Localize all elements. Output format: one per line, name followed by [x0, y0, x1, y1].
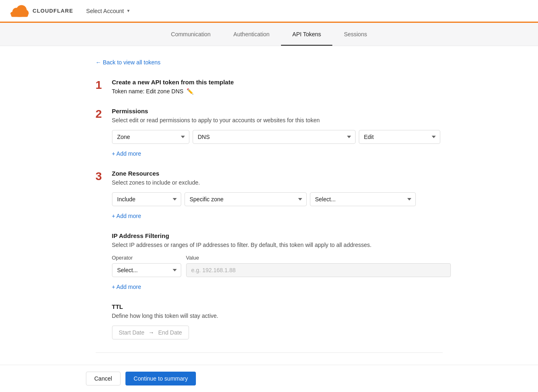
permission-level-select[interactable]: Edit Read	[359, 130, 440, 144]
edit-token-name-icon[interactable]: ✏️	[187, 88, 193, 95]
step-3-number: 3	[96, 171, 105, 219]
tab-authentication[interactable]: Authentication	[222, 23, 281, 46]
token-name-row: Token name: Edit zone DNS ✏️	[112, 88, 443, 95]
step-3-section: 3 Zone Resources Select zones to include…	[96, 170, 443, 219]
zone-value-select[interactable]: Select...	[310, 192, 416, 206]
cloudflare-logo-icon	[10, 4, 29, 18]
ip-filtering-heading: IP Address Filtering	[112, 232, 443, 239]
zone-scope-select[interactable]: Specific zone All zones	[184, 192, 307, 206]
step-2-content: Permissions Select edit or read permissi…	[112, 108, 443, 157]
ttl-heading: TTL	[112, 303, 443, 310]
logo-text: CLOUDFLARE	[33, 8, 73, 14]
permissions-description: Select edit or read permissions to apply…	[112, 117, 443, 123]
svg-rect-4	[11, 13, 28, 17]
nav-tabs: Communication Authentication API Tokens …	[0, 23, 538, 46]
select-account-label: Select Account	[86, 8, 124, 14]
cancel-button[interactable]: Cancel	[86, 372, 121, 385]
select-account-dropdown[interactable]: Select Account ▼	[83, 6, 134, 16]
continue-to-summary-button[interactable]: Continue to summary	[125, 372, 196, 385]
step-2-section: 2 Permissions Select edit or read permis…	[96, 108, 443, 157]
start-date-label: Start Date	[119, 329, 145, 336]
value-field-group: Value	[186, 255, 451, 277]
top-bar: CLOUDFLARE Select Account ▼	[0, 0, 538, 23]
step-2-number: 2	[96, 108, 105, 157]
zone-resources-add-more[interactable]: + Add more	[112, 213, 141, 219]
step-1-content: Create a new API token from this templat…	[112, 79, 443, 95]
step-1-section: 1 Create a new API token from this templ…	[96, 79, 443, 95]
ttl-description: Define how long this token will stay act…	[112, 313, 443, 319]
ip-filtering-section: IP Address Filtering Select IP addresses…	[112, 232, 443, 290]
tab-api-tokens[interactable]: API Tokens	[281, 23, 333, 46]
footer-bar: Cancel Continue to summary	[0, 365, 538, 392]
permissions-row: Zone Account User DNS Zone Settings Cach…	[112, 130, 443, 144]
step-1-heading: Create a new API token from this templat…	[112, 79, 443, 86]
value-label: Value	[186, 255, 451, 261]
zone-resources-heading: Zone Resources	[112, 170, 443, 177]
permission-resource-select[interactable]: DNS Zone Settings Cache Purge	[193, 130, 356, 144]
operator-label: Operator	[112, 255, 181, 261]
ip-value-input[interactable]	[186, 263, 451, 277]
zone-include-select[interactable]: Include Exclude	[112, 192, 181, 206]
operator-select[interactable]: Select... Is in Is not in	[112, 263, 181, 277]
main-content: ← Back to view all tokens 1 Create a new…	[86, 46, 452, 392]
end-date-label: End Date	[158, 329, 182, 336]
zone-resources-row: Include Exclude Specific zone All zones …	[112, 192, 443, 206]
tab-sessions[interactable]: Sessions	[332, 23, 378, 46]
ip-filtering-add-more[interactable]: + Add more	[112, 284, 141, 290]
date-range-arrow-icon: →	[149, 329, 154, 336]
tab-communication[interactable]: Communication	[160, 23, 222, 46]
logo: CLOUDFLARE	[10, 4, 73, 18]
permissions-add-more[interactable]: + Add more	[112, 150, 141, 157]
ttl-section: TTL Define how long this token will stay…	[112, 303, 443, 339]
ip-filtering-description: Select IP addresses or ranges of IP addr…	[112, 242, 443, 248]
footer-inner: Cancel Continue to summary	[86, 372, 452, 385]
back-link[interactable]: ← Back to view all tokens	[96, 59, 161, 66]
footer-divider	[96, 352, 443, 353]
ip-filter-row: Operator Select... Is in Is not in Value	[112, 255, 443, 277]
step-3-content: Zone Resources Select zones to include o…	[112, 170, 443, 219]
permissions-heading: Permissions	[112, 108, 443, 115]
permission-type-select[interactable]: Zone Account User	[112, 130, 189, 144]
token-name-text: Token name: Edit zone DNS	[112, 88, 184, 95]
operator-field-group: Operator Select... Is in Is not in	[112, 255, 181, 277]
date-range-input[interactable]: Start Date → End Date	[112, 326, 189, 339]
step-1-number: 1	[96, 79, 105, 95]
zone-resources-description: Select zones to include or exclude.	[112, 179, 443, 186]
chevron-down-icon: ▼	[126, 9, 130, 13]
